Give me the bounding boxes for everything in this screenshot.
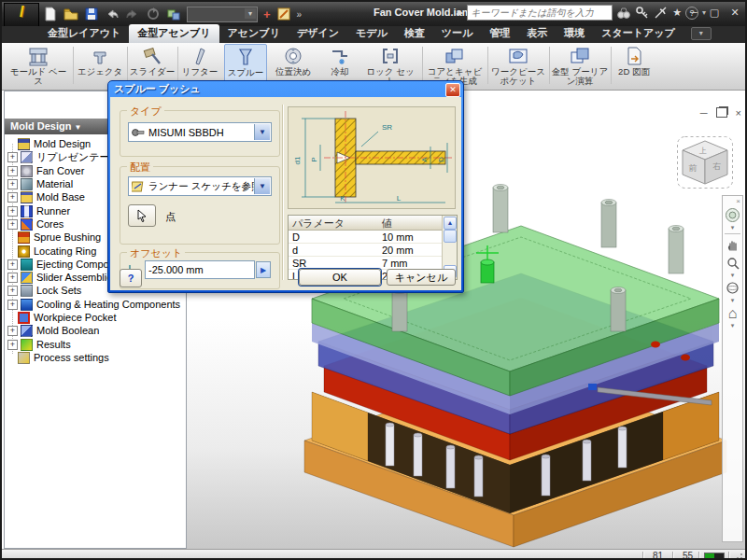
offset-input[interactable] xyxy=(145,260,255,279)
favorites-star-icon[interactable]: ★ xyxy=(672,7,682,19)
dialog-close-icon[interactable]: ✕ xyxy=(445,83,460,97)
expand-icon[interactable] xyxy=(7,259,18,270)
tree-item-runner[interactable]: Runner xyxy=(7,204,70,217)
offset-group: オフセット ▶ xyxy=(120,252,280,289)
expand-icon[interactable] xyxy=(7,166,18,176)
tab-getstarted[interactable]: スタートアップ xyxy=(593,24,684,43)
tab-inspect[interactable]: 検査 xyxy=(396,24,433,43)
doc-restore-button[interactable] xyxy=(716,107,727,118)
table-row[interactable]: D10 mm xyxy=(289,231,457,244)
table-row[interactable]: d20 mm xyxy=(289,244,457,257)
resize-grip[interactable] xyxy=(734,553,743,560)
expand-icon[interactable] xyxy=(7,273,18,283)
tree-item-results[interactable]: Results xyxy=(7,338,71,351)
search-binoculars-icon[interactable] xyxy=(616,6,631,21)
redo-icon[interactable] xyxy=(125,7,140,21)
expand-icon[interactable] xyxy=(7,286,18,296)
mold-base-button[interactable]: モールド ベース xyxy=(6,44,71,88)
material-combobox[interactable]: ▾ xyxy=(187,7,258,22)
ok-button[interactable]: OK xyxy=(299,269,381,286)
dialog-column-separator xyxy=(282,105,284,280)
tree-item-mold-base[interactable]: Mold Base xyxy=(7,190,85,203)
point-select-button[interactable] xyxy=(128,204,156,227)
sketch-icon[interactable] xyxy=(276,7,291,21)
tree-item-process-settings[interactable]: Process settings xyxy=(18,351,109,364)
tab-view[interactable]: 表示 xyxy=(518,24,556,43)
tree-item-locating-ring[interactable]: Locating Ring xyxy=(18,245,96,258)
minimize-button[interactable]: ─ xyxy=(687,7,700,19)
tab-model[interactable]: モデル xyxy=(347,24,396,43)
tree-item-material[interactable]: Material xyxy=(7,177,73,190)
expand-icon[interactable] xyxy=(7,192,18,203)
expand-icon[interactable] xyxy=(7,152,18,162)
tab-mold-assembly[interactable]: 金型アセンブリ xyxy=(129,24,218,43)
tree-item-mold-design[interactable]: Mold Design xyxy=(18,137,91,150)
table-row[interactable]: SR7 mm xyxy=(289,257,457,270)
add-icon[interactable]: + xyxy=(263,7,271,21)
expand-icon[interactable] xyxy=(7,206,18,217)
look-at-icon[interactable]: ⌂ xyxy=(724,304,741,322)
close-button[interactable]: ✕ xyxy=(728,7,741,19)
tree-item-fan-cover[interactable]: Fan Cover xyxy=(7,164,84,177)
tree-item-mold-boolean[interactable]: Mold Boolean xyxy=(7,324,99,337)
tree-item-workpiece-pocket[interactable]: Workpiece Pocket xyxy=(18,311,116,324)
scroll-thumb[interactable] xyxy=(444,230,457,243)
browser-header-arrow-icon[interactable]: ▼ xyxy=(74,123,81,132)
combo-arrow-icon[interactable]: ▾ xyxy=(245,8,256,19)
doc-close-button[interactable]: × xyxy=(736,107,741,119)
ribbon-options-icon[interactable]: ▾ xyxy=(691,27,712,40)
expand-icon[interactable] xyxy=(7,340,18,350)
tab-mold-layout[interactable]: 金型レイアウト xyxy=(39,24,129,43)
tab-environments[interactable]: 環境 xyxy=(556,24,593,43)
tree-item-slider-assemblies[interactable]: Slider Assemblies xyxy=(7,271,118,284)
tab-design[interactable]: デザイン xyxy=(289,24,347,43)
help-button[interactable]: ? xyxy=(120,269,142,287)
orbit-icon[interactable] xyxy=(724,279,741,297)
zoom-flyout-arrow[interactable]: ▾ xyxy=(731,272,735,279)
type-dropdown-arrow[interactable]: ▼ xyxy=(254,124,270,140)
tab-manage[interactable]: 管理 xyxy=(481,24,518,43)
steering-wheel-icon[interactable] xyxy=(724,206,741,224)
wheel-flyout-arrow[interactable]: ▾ xyxy=(731,224,735,231)
maximize-button[interactable]: ▢ xyxy=(708,7,721,19)
new-file-icon[interactable] xyxy=(43,7,58,21)
search-input[interactable] xyxy=(467,5,613,21)
expand-icon[interactable] xyxy=(7,326,18,336)
inventor-logo[interactable]: I xyxy=(4,3,39,27)
tree-item-cooling-heating[interactable]: Cooling & Heating Components xyxy=(7,298,180,311)
expand-icon[interactable] xyxy=(7,179,18,189)
expand-icon[interactable] xyxy=(7,300,18,310)
viewcube[interactable]: 上 前 右 xyxy=(676,135,734,191)
component-icon[interactable] xyxy=(166,7,181,21)
orbit-flyout-arrow[interactable]: ▾ xyxy=(731,297,735,304)
col-parameter: パラメータ xyxy=(289,216,378,230)
lookat-flyout-arrow[interactable]: ▾ xyxy=(731,322,735,329)
tree-item-sprue-bushing[interactable]: Sprue Bushing xyxy=(18,231,101,244)
cancel-button[interactable]: キャンセル xyxy=(387,269,456,286)
sign-in-key-icon[interactable] xyxy=(635,6,650,21)
tab-assembly[interactable]: アセンブリ xyxy=(219,24,289,43)
scroll-up-icon[interactable]: ▲ xyxy=(444,217,457,230)
workpiece-pocket-button[interactable]: ワークピース ポケット xyxy=(489,44,547,88)
tree-item-lock-sets[interactable]: Lock Sets xyxy=(7,284,81,297)
doc-minimize-button[interactable]: ─ xyxy=(700,107,708,119)
placement-combobox[interactable]: ランナー スケッチを参照 ▼ xyxy=(128,176,272,196)
navbar-close-icon[interactable]: × xyxy=(736,197,740,206)
type-combobox[interactable]: MISUMI SBBDH ▼ xyxy=(128,122,272,142)
zoom-icon[interactable] xyxy=(724,254,741,272)
open-folder-icon[interactable] xyxy=(63,7,78,21)
save-icon[interactable] xyxy=(84,7,99,21)
offset-flyout-arrow[interactable]: ▶ xyxy=(256,261,271,278)
search-expand-icon[interactable]: ▶ xyxy=(458,8,463,17)
tree-item-cores[interactable]: Cores xyxy=(7,217,63,231)
drawing-2d-button[interactable]: 2D 図面 xyxy=(613,44,655,88)
communication-icon[interactable] xyxy=(654,6,669,21)
undo-icon[interactable] xyxy=(105,7,120,21)
expand-icon[interactable] xyxy=(7,219,18,230)
update-icon[interactable] xyxy=(146,7,161,21)
pan-hand-icon[interactable] xyxy=(724,236,741,254)
mold-boolean-button[interactable]: 金型 ブーリアン演算 xyxy=(551,44,609,88)
placement-dropdown-arrow[interactable]: ▼ xyxy=(254,178,270,194)
qat-overflow-icon[interactable]: » xyxy=(297,9,303,20)
tab-tools[interactable]: ツール xyxy=(433,24,482,43)
